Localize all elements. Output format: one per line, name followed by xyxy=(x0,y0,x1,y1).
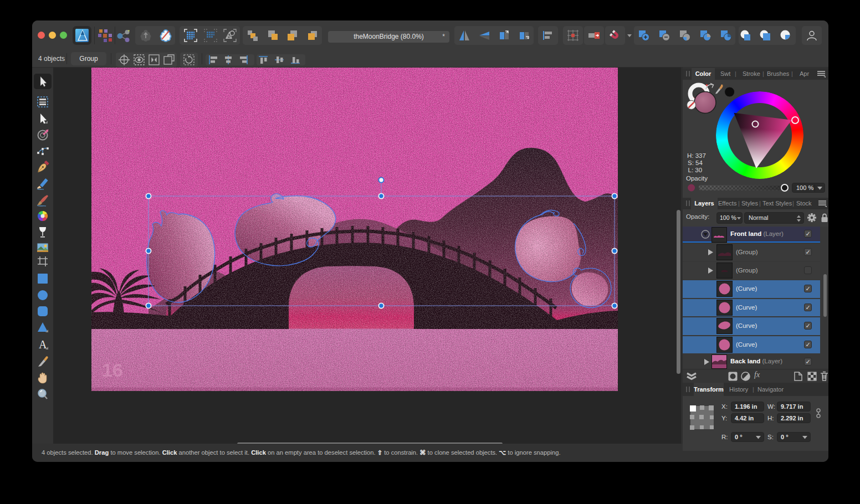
svg-text:16: 16 xyxy=(102,359,123,380)
svg-text:A: A xyxy=(39,338,47,351)
